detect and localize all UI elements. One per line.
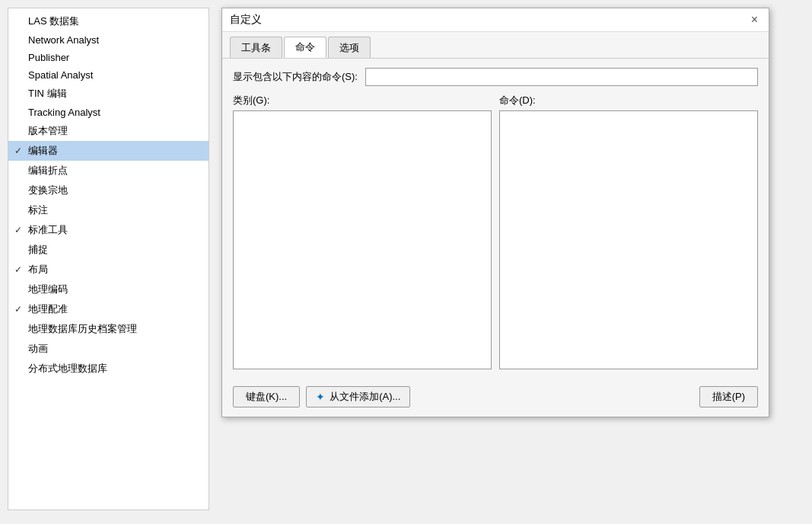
sidebar-item-geodata-history[interactable]: 地理数据库历史档案管理 [8,319,209,339]
footer-left-buttons: 键盘(K)... ✦ 从文件添加(A)... [233,386,410,407]
sidebar-label-network-analyst: Network Analyst [28,34,199,46]
sidebar-label-georeferencing: 地理配准 [28,302,199,316]
sidebar-item-georeferencing[interactable]: ✓地理配准 [8,299,209,319]
sidebar-label-distributed-geo: 分布式地理数据库 [28,362,199,375]
star-icon: ✦ [316,391,325,403]
show-commands-input[interactable] [365,68,758,86]
sidebar-item-layout[interactable]: ✓布局 [8,260,209,280]
sidebar-item-spatial-analyst[interactable]: Spatial Analyst [8,66,209,84]
sidebar-label-las: LAS 数据集 [28,14,199,28]
dialog-footer: 键盘(K)... ✦ 从文件添加(A)... 描述(P) [222,379,769,417]
footer-right-buttons: 描述(P) [699,386,758,407]
sidebar-item-snapping[interactable]: 捕捉 [8,240,209,260]
sidebar-label-geodata-history: 地理数据库历史档案管理 [28,322,199,336]
sidebar-item-transform-parcel[interactable]: 变换宗地 [8,181,209,200]
sidebar-label-tin-edit: TIN 编辑 [28,87,199,101]
sidebar-item-standard-tools[interactable]: ✓标准工具 [8,220,209,240]
sidebar-label-animation: 动画 [28,342,199,356]
sidebar-item-tracking-analyst[interactable]: Tracking Analyst [8,104,209,121]
describe-button[interactable]: 描述(P) [699,386,758,407]
sidebar-label-version-mgmt: 版本管理 [28,124,199,138]
sidebar-label-transform-parcel: 变换宗地 [28,184,199,197]
sidebar-item-version-mgmt[interactable]: 版本管理 [8,121,209,141]
tab-toolbar[interactable]: 工具条 [230,37,282,58]
sidebar-label-annotation: 标注 [28,203,199,217]
sidebar-check-georeferencing: ✓ [14,304,28,315]
sidebar-check-editor: ✓ [14,145,28,156]
sidebar-label-edit-vertex: 编辑折点 [28,164,199,177]
dialog-title: 自定义 [230,13,262,27]
commands-list[interactable] [499,110,758,369]
category-list[interactable] [233,110,492,369]
show-commands-label: 显示包含以下内容的命令(S): [233,70,358,84]
customize-dialog: 自定义 × 工具条命令选项 显示包含以下内容的命令(S): 类别(G): 命令(… [221,8,769,417]
sidebar: LAS 数据集Network AnalystPublisherSpatial A… [8,8,209,510]
category-column-label: 类别(G): [233,94,492,107]
sidebar-item-las[interactable]: LAS 数据集 [8,11,209,31]
sidebar-label-snapping: 捕捉 [28,243,199,257]
sidebar-check-layout: ✓ [14,264,28,275]
sidebar-item-annotation[interactable]: 标注 [8,200,209,220]
keyboard-button[interactable]: 键盘(K)... [233,386,300,407]
sidebar-label-tracking-analyst: Tracking Analyst [28,107,199,118]
sidebar-label-layout: 布局 [28,263,199,276]
sidebar-item-tin-edit[interactable]: TIN 编辑 [8,84,209,104]
sidebar-label-publisher: Publisher [28,52,199,63]
dialog-titlebar: 自定义 × [222,8,769,32]
sidebar-check-standard-tools: ✓ [14,225,28,235]
sidebar-label-standard-tools: 标准工具 [28,223,199,237]
show-commands-row: 显示包含以下内容的命令(S): [233,68,758,86]
commands-column-label: 命令(D): [499,94,758,107]
two-columns: 类别(G): 命令(D): [233,94,758,369]
sidebar-label-geocoding: 地理编码 [28,283,199,296]
sidebar-item-network-analyst[interactable]: Network Analyst [8,31,209,49]
dialog-body: 显示包含以下内容的命令(S): 类别(G): 命令(D): [222,59,769,379]
dialog-close-button[interactable]: × [748,13,761,27]
tab-bar: 工具条命令选项 [222,32,769,59]
sidebar-label-spatial-analyst: Spatial Analyst [28,69,199,81]
category-column: 类别(G): [233,94,492,369]
sidebar-item-publisher[interactable]: Publisher [8,49,209,66]
sidebar-item-geocoding[interactable]: 地理编码 [8,280,209,299]
tab-commands[interactable]: 命令 [284,37,326,58]
from-file-button[interactable]: ✦ 从文件添加(A)... [306,386,410,407]
from-file-label: 从文件添加(A)... [330,390,400,404]
sidebar-item-distributed-geo[interactable]: 分布式地理数据库 [8,359,209,379]
commands-column: 命令(D): [499,94,758,369]
tab-options[interactable]: 选项 [328,37,371,58]
sidebar-item-animation[interactable]: 动画 [8,339,209,359]
sidebar-label-editor: 编辑器 [28,144,199,158]
sidebar-item-edit-vertex[interactable]: 编辑折点 [8,161,209,181]
sidebar-item-editor[interactable]: ✓编辑器 [8,141,209,161]
